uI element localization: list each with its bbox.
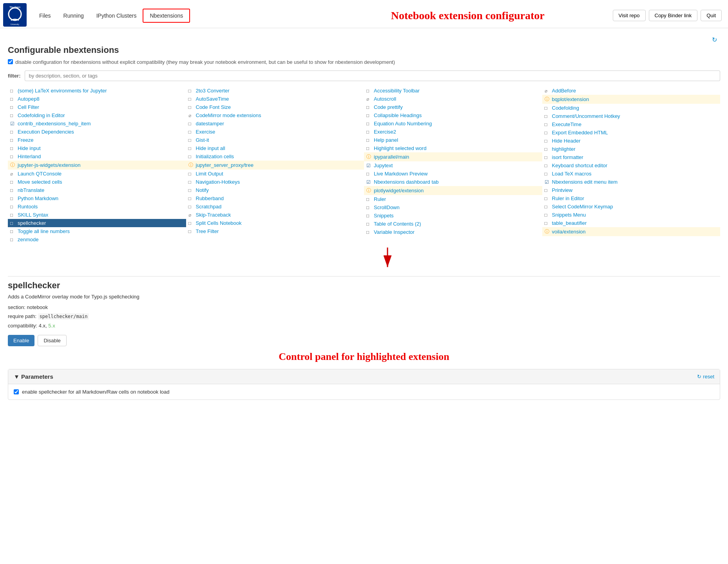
- filter-input[interactable]: [25, 70, 721, 81]
- checkbox-icon: □: [366, 171, 372, 177]
- ext-highlight-word[interactable]: □Highlight selected word: [364, 144, 542, 152]
- ext-isort[interactable]: □isort formatter: [542, 153, 721, 161]
- ext-addbefore[interactable]: ⌀AddBefore: [542, 87, 721, 95]
- ext-execute-time[interactable]: □ExecuteTime: [542, 120, 721, 128]
- checked-icon: ☑: [10, 121, 16, 127]
- compat-checkbox[interactable]: [8, 59, 13, 64]
- ext-split-cells[interactable]: □Split Cells Notebook: [186, 219, 364, 227]
- ext-move-selected-cells[interactable]: □Move selected cells: [8, 178, 186, 186]
- ext-snippets-menu[interactable]: □Snippets Menu: [542, 211, 721, 219]
- ext-spellchecker[interactable]: □spellchecker: [8, 219, 186, 227]
- ext-scratchpad[interactable]: □Scratchpad: [186, 202, 364, 211]
- ext-init-cells[interactable]: □Initialization cells: [186, 152, 364, 161]
- ext-select-codemirror[interactable]: □Select CodeMirror Keymap: [542, 202, 721, 211]
- ext-snippets[interactable]: □Snippets: [364, 212, 542, 220]
- ext-export-embedded[interactable]: □Export Embedded HTML: [542, 128, 721, 137]
- ext-hinterland[interactable]: □Hinterland: [8, 152, 186, 161]
- tab-nbextensions[interactable]: Nbextensions: [143, 9, 190, 23]
- ext-freeze[interactable]: □Freeze: [8, 136, 186, 144]
- checkbox-icon: □: [188, 179, 194, 185]
- tab-running[interactable]: Running: [57, 9, 90, 22]
- ext-skip-traceback[interactable]: ⌀Skip-Traceback: [186, 211, 364, 219]
- ext-variable-inspector[interactable]: □Variable Inspector: [364, 228, 542, 236]
- checkbox-icon: □: [10, 212, 16, 218]
- ext-gist-it[interactable]: □Gist-it: [186, 136, 364, 144]
- refresh-icon[interactable]: ↻: [712, 36, 717, 43]
- ext-navigation-hotkeys[interactable]: □Navigation-Hotkeys: [186, 178, 364, 186]
- ext-skill-syntax[interactable]: □SKILL Syntax: [8, 211, 186, 219]
- ext-comment-hotkey[interactable]: □Comment/Uncomment Hotkey: [542, 112, 721, 120]
- ext-jupyter-js-widgets[interactable]: ⓘjupyter-js-widgets/extension: [8, 161, 186, 170]
- ext-autopep8[interactable]: □Autopep8: [8, 95, 186, 103]
- ext-hide-input-all[interactable]: □Hide input all: [186, 144, 364, 152]
- ext-code-font-size[interactable]: □Code Font Size: [186, 103, 364, 111]
- checkbox-icon: □: [188, 88, 194, 94]
- ext-code-prettify[interactable]: □Code prettify: [364, 103, 542, 111]
- ext-codefolding-editor[interactable]: □Codefolding in Editor: [8, 111, 186, 119]
- ext-help-panel[interactable]: □Help panel: [364, 136, 542, 144]
- ext-exercise2[interactable]: □Exercise2: [364, 128, 542, 136]
- visit-repo-button[interactable]: Visit repo: [613, 10, 646, 21]
- ext-nbextensions-dashboard[interactable]: ☑Nbextensions dashboard tab: [364, 178, 542, 186]
- ext-execution-deps[interactable]: □Execution Dependencies: [8, 128, 186, 136]
- ext-plotlywidget[interactable]: ⓘplotlywidget/extension: [364, 186, 542, 195]
- ext-runtools[interactable]: □Runtools: [8, 202, 186, 211]
- ext-printview[interactable]: □Printview: [542, 186, 721, 194]
- ext-codefolding[interactable]: □Codefolding: [542, 104, 721, 112]
- ext-equation-auto-numbering[interactable]: □Equation Auto Numbering: [364, 119, 542, 128]
- ext-toggle-line-numbers[interactable]: □Toggle all line numbers: [8, 227, 186, 235]
- ext-nbtranslate[interactable]: □nbTranslate: [8, 186, 186, 194]
- ext-highlighter[interactable]: □highlighter: [542, 145, 721, 153]
- ext-scrolldown[interactable]: □ScrollDown: [364, 203, 542, 212]
- ext-ruler-in-editor[interactable]: □Ruler in Editor: [542, 194, 721, 202]
- ext-hide-input[interactable]: □Hide input: [8, 144, 186, 152]
- ext-rubberband[interactable]: □Rubberband: [186, 194, 364, 202]
- ext-voila[interactable]: ⓘvoila/extension: [542, 227, 721, 236]
- ext-hide-header[interactable]: □Hide Header: [542, 137, 721, 145]
- ext-load-tex[interactable]: □Load TeX macros: [542, 170, 721, 178]
- detail-meta: section: notebook require path: spellche…: [8, 303, 720, 330]
- reset-button[interactable]: ↻ reset: [697, 374, 714, 380]
- ext-keyboard-shortcut[interactable]: □Keyboard shortcut editor: [542, 161, 721, 170]
- ext-zenmode[interactable]: □zenmode: [8, 235, 186, 244]
- ext-collapsible-headings[interactable]: □Collapsible Headings: [364, 111, 542, 119]
- ext-2to3[interactable]: □2to3 Converter: [186, 87, 364, 95]
- ext-limit-output[interactable]: □Limit Output: [186, 170, 364, 178]
- ext-toc[interactable]: □Table of Contents (2): [364, 220, 542, 228]
- checkbox-icon: □: [366, 105, 372, 110]
- ext-exercise[interactable]: □Exercise: [186, 128, 364, 136]
- ext-autoscroll[interactable]: ⌀Autoscroll: [364, 95, 542, 103]
- param-spellchecker-checkbox[interactable]: [14, 389, 19, 394]
- ext-contrib-help[interactable]: ☑contrib_nbextensions_help_item: [8, 119, 186, 128]
- ext-accessibility[interactable]: □Accessibility Toolbar: [364, 87, 542, 95]
- main-content: ↻ Configurable nbextensions disable conf…: [0, 28, 728, 406]
- ext-latex-environments[interactable]: □(some) LaTeX environments for Jupyter: [8, 87, 186, 95]
- ext-launch-qt[interactable]: ⌀Launch QTConsole: [8, 170, 186, 178]
- disable-button[interactable]: Disable: [38, 335, 66, 346]
- ext-bqplot[interactable]: ⓘbqplot/extension: [542, 95, 721, 104]
- ext-jupytext[interactable]: ☑Jupytext: [364, 161, 542, 170]
- ext-python-markdown[interactable]: □Python Markdown: [8, 194, 186, 202]
- quit-button[interactable]: Quit: [701, 10, 722, 21]
- ext-jupyter-server-proxy[interactable]: ⓘjupyter_server_proxy/tree: [186, 161, 364, 170]
- tab-ipython-clusters[interactable]: IPython Clusters: [90, 9, 143, 22]
- ext-cell-filter[interactable]: □Cell Filter: [8, 103, 186, 111]
- ext-codemirror-mode[interactable]: ⌀CodeMirror mode extensions: [186, 111, 364, 119]
- tab-files[interactable]: Files: [33, 9, 57, 22]
- ext-nbext-edit-menu[interactable]: ☑Nbextensions edit menu item: [542, 178, 721, 186]
- enable-button[interactable]: Enable: [8, 335, 34, 346]
- checked-icon: ☑: [545, 179, 550, 185]
- copy-binder-link-button[interactable]: Copy Binder link: [649, 10, 698, 21]
- ext-notify[interactable]: □Notify: [186, 186, 364, 194]
- ban-icon: ⌀: [188, 113, 194, 118]
- ext-datestamper[interactable]: □datestamper: [186, 119, 364, 128]
- reset-label: reset: [703, 374, 714, 380]
- ext-ruler[interactable]: □Ruler: [364, 195, 542, 203]
- ext-ipyparallel[interactable]: ⓘipyparallel/main: [364, 152, 542, 161]
- parameters-header[interactable]: ▼ Parameters ↻ reset: [8, 369, 720, 384]
- ext-table-beautifier[interactable]: □table_beautifier: [542, 219, 721, 227]
- ext-tree-filter[interactable]: □Tree Filter: [186, 227, 364, 235]
- ext-autosavetime[interactable]: □AutoSaveTime: [186, 95, 364, 103]
- checkbox-icon: □: [366, 221, 372, 227]
- ext-live-markdown[interactable]: □Live Markdown Preview: [364, 170, 542, 178]
